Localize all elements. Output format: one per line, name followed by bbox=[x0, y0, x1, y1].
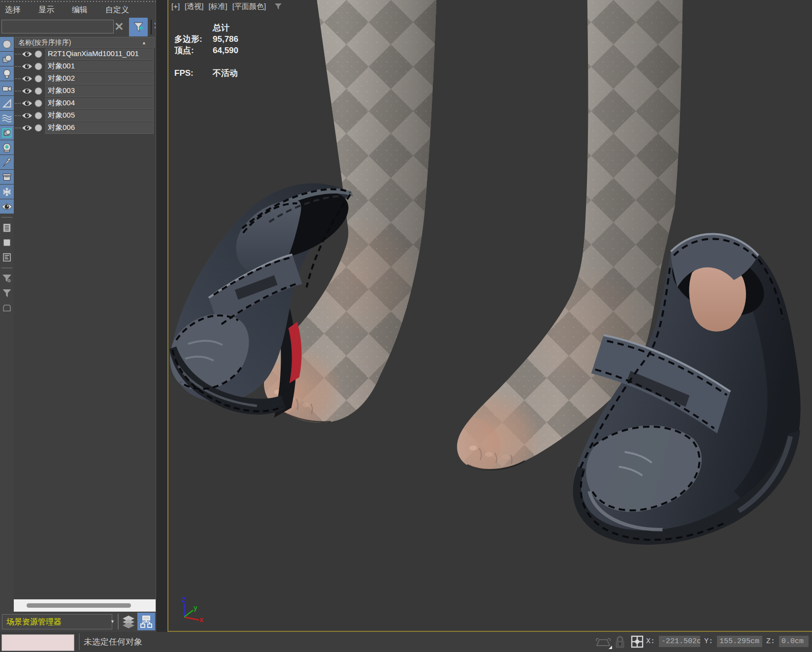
display-xrefs-icon[interactable] bbox=[0, 140, 14, 155]
status-bar: 未选定任何对象 X: -221.502c Y: 155.295cm Z: 0.0… bbox=[0, 632, 812, 652]
coord-y-label: Y: bbox=[704, 637, 713, 646]
maxscript-mini-listener[interactable] bbox=[1, 634, 74, 651]
stats-polys-value: 95,786 bbox=[213, 34, 238, 45]
display-bones-icon[interactable] bbox=[0, 155, 14, 169]
toolstrip-separator bbox=[1, 268, 12, 268]
isolate-selection-icon[interactable] bbox=[594, 635, 612, 652]
display-containers-icon[interactable] bbox=[0, 170, 14, 184]
advanced-filter-icon[interactable] bbox=[0, 271, 14, 285]
display-frozen-icon[interactable] bbox=[0, 185, 14, 199]
visibility-eye-icon[interactable] bbox=[22, 62, 32, 72]
stats-verts-label: 顶点: bbox=[174, 45, 213, 56]
sort-ascending-icon: ▲ bbox=[142, 40, 146, 45]
selection-dot-icon[interactable] bbox=[34, 62, 42, 72]
display-lights-icon[interactable] bbox=[0, 66, 14, 81]
display-helpers-icon[interactable] bbox=[0, 96, 14, 110]
funnel-arrow-icon bbox=[132, 21, 145, 33]
visibility-eye-icon[interactable] bbox=[22, 75, 32, 85]
viewport-menu-general[interactable]: [+] bbox=[171, 2, 180, 12]
viewport-label: [+] [透视] [标准] [平面颜色] bbox=[171, 2, 283, 12]
menu-customize[interactable]: 自定义 bbox=[103, 4, 131, 16]
viewport-filter-icon[interactable] bbox=[274, 2, 283, 12]
statusbar-separator bbox=[79, 633, 80, 650]
display-hidden-icon[interactable] bbox=[0, 199, 14, 214]
menu-display[interactable]: 显示 bbox=[36, 4, 56, 16]
table-row[interactable]: 对象003 bbox=[14, 85, 156, 97]
selection-dot-icon[interactable] bbox=[34, 75, 42, 85]
horizontal-scrollbar[interactable] bbox=[14, 599, 156, 612]
absolute-coordinates-icon[interactable] bbox=[630, 635, 644, 651]
explorer-menubar: 选择 显示 编辑 自定义 bbox=[3, 4, 131, 16]
clear-search-button[interactable]: ✕ bbox=[113, 21, 125, 32]
selection-status: 未选定任何对象 bbox=[84, 636, 142, 648]
search-filter-button[interactable] bbox=[129, 18, 148, 36]
selection-dot-icon[interactable] bbox=[34, 99, 42, 109]
visibility-eye-icon[interactable] bbox=[22, 50, 32, 60]
pick-container-icon[interactable] bbox=[0, 301, 14, 315]
display-cameras-icon[interactable] bbox=[0, 81, 14, 95]
object-name-cell[interactable]: 对象003 bbox=[44, 85, 154, 97]
viewport[interactable]: [+] [透视] [标准] [平面颜色] 总计 多边形: 95,786 顶点: … bbox=[167, 0, 812, 632]
object-name-cell[interactable]: 对象006 bbox=[44, 122, 154, 134]
hierarchy-view-button[interactable] bbox=[137, 613, 155, 630]
explorer-preset-dropdown[interactable]: 场景资源管理器 bbox=[2, 614, 112, 629]
object-name-cell[interactable]: 对象001 bbox=[44, 60, 154, 72]
coord-z-field[interactable]: 0.0cm bbox=[779, 636, 809, 647]
menu-select[interactable]: 选择 bbox=[3, 4, 23, 16]
dropdown-arrow-icon[interactable]: ▼ bbox=[110, 619, 115, 624]
collapse-all-icon[interactable] bbox=[0, 250, 14, 264]
display-toolbar bbox=[0, 37, 14, 315]
object-name-cell[interactable]: 对象004 bbox=[44, 97, 154, 109]
table-row[interactable]: 对象006 bbox=[14, 122, 156, 134]
panel-viewport-gap bbox=[156, 0, 168, 632]
footer-separator bbox=[118, 614, 119, 629]
table-row[interactable]: 对象001 bbox=[14, 60, 156, 72]
menu-edit[interactable]: 编辑 bbox=[70, 4, 90, 16]
select-all-icon[interactable] bbox=[0, 235, 14, 249]
object-name-cell[interactable]: R2T1QianXiaMd10011_001 bbox=[44, 48, 154, 60]
axis-z-label: Z bbox=[182, 597, 186, 604]
object-name-cell[interactable]: 对象005 bbox=[44, 109, 154, 122]
axis-tripod: Z y x bbox=[177, 597, 205, 622]
visibility-eye-icon[interactable] bbox=[22, 99, 32, 109]
tree-connector bbox=[15, 115, 21, 116]
visibility-eye-icon[interactable] bbox=[22, 124, 32, 134]
table-row[interactable]: 对象004 bbox=[14, 97, 156, 109]
selection-dot-icon[interactable] bbox=[34, 87, 42, 97]
selection-dot-icon[interactable] bbox=[34, 50, 42, 60]
table-row[interactable]: R2T1QianXiaMd10011_001 bbox=[14, 48, 156, 60]
object-name-cell[interactable]: 对象002 bbox=[44, 72, 154, 85]
display-none-icon[interactable] bbox=[0, 37, 14, 51]
viewport-menu-standard[interactable]: [标准] bbox=[208, 2, 227, 12]
visibility-eye-icon[interactable] bbox=[22, 87, 32, 97]
scrollbar-thumb[interactable] bbox=[27, 603, 131, 608]
display-groups-icon[interactable] bbox=[0, 125, 14, 140]
layer-explorer-button[interactable] bbox=[121, 614, 136, 629]
visibility-eye-icon[interactable] bbox=[22, 112, 32, 122]
column-header-name[interactable]: 名称(按升序排序) ▲ bbox=[15, 37, 155, 48]
stats-polys-label: 多边形: bbox=[174, 34, 213, 45]
expand-all-icon[interactable] bbox=[0, 220, 14, 235]
display-spacewarps-icon[interactable] bbox=[0, 111, 14, 125]
table-row[interactable]: 对象002 bbox=[14, 72, 156, 85]
viewport-canvas[interactable] bbox=[168, 0, 812, 631]
viewport-menu-shading[interactable]: [平面颜色] bbox=[232, 2, 266, 12]
selection-lock-icon[interactable] bbox=[614, 635, 626, 652]
stats-fps-value: 不活动 bbox=[213, 68, 238, 79]
tree-connector bbox=[15, 78, 21, 79]
table-row[interactable]: 对象005 bbox=[14, 109, 156, 122]
toolstrip-separator bbox=[1, 217, 12, 217]
search-input[interactable] bbox=[1, 20, 114, 33]
viewport-menu-pov[interactable]: [透视] bbox=[185, 2, 203, 12]
coord-y-field[interactable]: 155.295cm bbox=[717, 636, 762, 647]
selection-dot-icon[interactable] bbox=[34, 112, 42, 122]
stats-total-label: 总计 bbox=[213, 23, 238, 33]
explorer-footer: 场景资源管理器 ▼ bbox=[0, 612, 156, 632]
stats-verts-value: 64,590 bbox=[213, 45, 238, 56]
coord-x-field[interactable]: -221.502c bbox=[659, 636, 700, 647]
display-geometry-icon[interactable] bbox=[0, 52, 14, 66]
selection-dot-icon[interactable] bbox=[34, 124, 42, 134]
stats-fps-label: FPS: bbox=[174, 68, 213, 79]
filter-icon[interactable] bbox=[0, 286, 14, 300]
panel-grip[interactable] bbox=[0, 0, 156, 2]
